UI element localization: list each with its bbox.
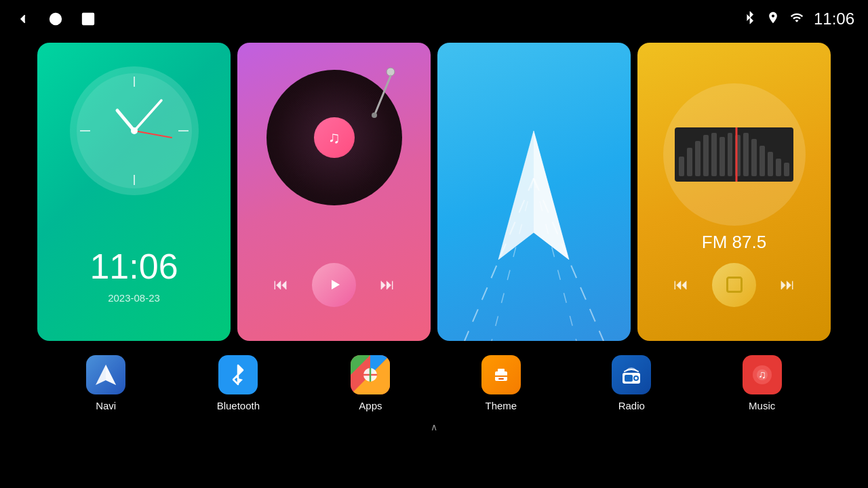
theme-dock-icon [481,355,521,394]
bluetooth-dock-label: Bluetooth [217,400,260,411]
navi-dock-icon [86,355,125,394]
svg-point-11 [131,127,138,134]
apps-dock-label: Apps [359,400,382,411]
svg-point-38 [635,377,637,380]
home-button[interactable] [46,9,65,28]
clock-card[interactable]: 11:06 2023-08-23 [37,43,231,341]
svg-text:♫: ♫ [758,369,766,380]
dock-item-radio[interactable]: Radio [612,355,651,411]
clock-time: 11:06 [37,246,231,287]
radio-next-button[interactable]: ⏭ [780,276,795,293]
svg-point-14 [372,113,377,118]
recent-button[interactable] [79,9,98,28]
clock-date: 2023-08-23 [37,292,231,304]
clock-face [66,63,202,199]
radio-prev-button[interactable]: ⏮ [673,276,688,293]
vinyl-player: ♫ [267,70,402,205]
bluetooth-icon [743,11,757,27]
swipe-bar[interactable]: ∧ [0,420,868,434]
theme-dock-label: Theme [486,400,517,411]
dock-item-apps[interactable]: Apps [351,355,390,411]
svg-rect-36 [625,375,633,382]
prev-button[interactable]: ⏮ [273,276,288,293]
music-note-icon: ♫ [314,117,355,158]
wifi-icon [789,11,804,27]
swipe-indicator: ∧ [431,422,437,432]
bluetooth-dock-icon [218,355,258,394]
radio-stop-button[interactable] [712,263,756,307]
music-controls: ⏮ ⏭ [237,263,431,307]
music-dock-label: Music [749,400,775,411]
cards-area: 11:06 2023-08-23 ♫ ⏮ ⏭ [0,37,868,346]
svg-rect-34 [498,378,504,380]
svg-point-12 [387,68,395,76]
navi-card[interactable] [437,43,631,341]
radio-display [663,83,806,226]
svg-point-0 [50,13,62,24]
svg-marker-15 [332,280,340,289]
music-dock-icon: ♫ [743,355,782,394]
dock-item-theme[interactable]: Theme [481,355,521,411]
radio-dock-icon [612,355,651,394]
radio-card[interactable]: FM 87.5 ⏮ ⏭ [637,43,831,341]
radio-dock-label: Radio [618,400,645,411]
bottom-dock: Navi Bluetooth Apps [0,346,868,420]
navi-visual [437,43,631,341]
dock-item-navi[interactable]: Navi [86,355,125,411]
apps-dock-icon [351,355,390,394]
nav-controls [14,9,98,28]
svg-rect-32 [498,369,505,373]
status-icons: 11:06 [743,9,854,28]
svg-rect-1 [83,13,94,24]
dock-item-bluetooth[interactable]: Bluetooth [217,355,260,411]
back-button[interactable] [14,9,33,28]
status-bar: 11:06 [0,0,868,37]
navi-dock-label: Navi [96,400,116,411]
radio-controls: ⏮ ⏭ [637,263,831,307]
radio-freq: FM 87.5 [637,232,831,253]
svg-marker-23 [106,365,116,385]
svg-rect-33 [495,375,507,377]
dock-item-music[interactable]: ♫ Music [743,355,782,411]
next-button[interactable]: ⏭ [380,276,395,293]
status-time: 11:06 [814,9,854,28]
location-icon [766,11,780,27]
play-button[interactable] [312,263,356,307]
svg-line-13 [375,76,391,114]
music-card[interactable]: ♫ ⏮ ⏭ [237,43,431,341]
